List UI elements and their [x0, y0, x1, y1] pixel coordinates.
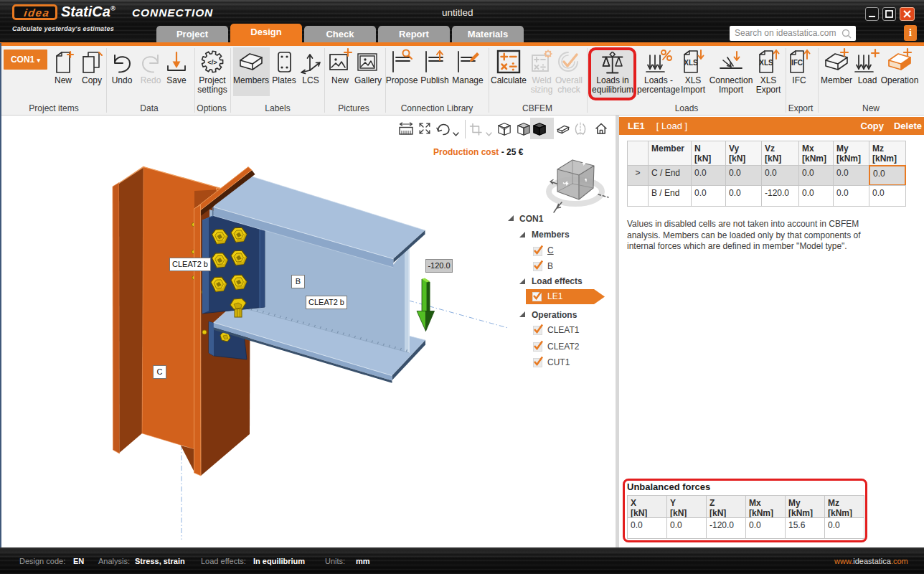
svg-text:XLS: XLS	[684, 59, 698, 67]
svg-text:XLS: XLS	[759, 59, 773, 67]
svg-text:</>: </>	[207, 58, 217, 66]
svg-text:IFC: IFC	[791, 59, 803, 67]
